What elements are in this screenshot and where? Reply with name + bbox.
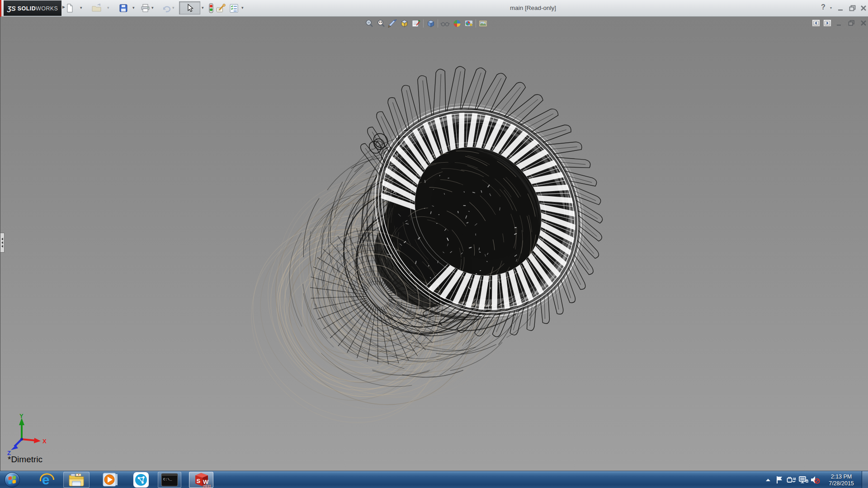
taskbar-windows-explorer[interactable] <box>63 472 90 488</box>
doc-restore-button[interactable] <box>847 19 856 27</box>
sw-year: 2015 <box>203 484 211 488</box>
select-cursor-icon <box>186 4 194 13</box>
flag-icon <box>775 475 784 484</box>
system-tray: 2:13 PM 7/28/2015 <box>762 471 868 488</box>
doc-close-button[interactable] <box>859 19 868 27</box>
design-checker-button[interactable] <box>228 3 239 14</box>
feature-pane-splitter-tab[interactable] <box>0 233 5 253</box>
graphics-viewport[interactable]: Y X Z *Dimetric <box>0 17 868 471</box>
stamp-note-icon <box>216 4 226 13</box>
collapse-arrow-icon <box>1 245 3 248</box>
pane-left-arrow-icon <box>813 21 819 25</box>
doc-minimize-icon <box>836 20 842 26</box>
edit-appearance-button[interactable] <box>452 19 462 28</box>
close-icon <box>860 5 867 11</box>
zoom-to-area-button[interactable] <box>376 19 386 28</box>
x-axis-label: X <box>42 438 47 445</box>
new-document-caret[interactable]: ▾ <box>80 5 82 10</box>
internet-explorer-icon: e <box>39 472 55 488</box>
taskbar-share-app[interactable] <box>131 472 151 488</box>
taskbar-solidworks[interactable]: S W 2015 <box>189 472 213 488</box>
new-document-button[interactable] <box>64 3 75 14</box>
lights-button[interactable] <box>206 3 217 14</box>
save-button[interactable] <box>118 3 129 14</box>
folder-icon <box>68 473 85 487</box>
stamp-note-button[interactable] <box>216 3 226 14</box>
sketch-page-icon <box>411 19 421 28</box>
y-axis-label: Y <box>19 413 24 419</box>
logo-text-solid: SOLID <box>18 5 36 12</box>
screen: ƷS SOLIDWORKS ▸ ▾ ▾ ▾ ▾ ▾ ▾ <box>0 0 868 488</box>
network-status-button[interactable] <box>797 471 809 488</box>
view-orientation-button[interactable] <box>400 19 409 28</box>
traffic-light-icon <box>208 3 214 13</box>
collapse-left-pane-button[interactable] <box>812 19 820 27</box>
solidworks-3ds-mark: ƷS <box>7 5 16 12</box>
section-knife-icon <box>388 19 397 28</box>
windows-flag-icon <box>7 475 17 485</box>
taskbar-command-prompt[interactable]: C:\_ <box>158 472 181 488</box>
apply-scene-icon <box>464 19 473 28</box>
action-center-button[interactable] <box>774 471 786 488</box>
taskbar-internet-explorer[interactable]: e <box>38 472 56 488</box>
zoom-to-fit-icon <box>365 19 374 28</box>
apply-scene-button[interactable] <box>464 19 473 28</box>
select-tool-caret[interactable]: ▾ <box>202 5 204 10</box>
collapse-arrow-icon <box>1 238 3 240</box>
undo-button[interactable] <box>161 3 172 14</box>
document-window-controls <box>812 18 868 28</box>
speaker-muted-icon <box>810 475 820 484</box>
solidworks-cube-icon: S W 2015 <box>192 472 211 488</box>
app-close-button[interactable] <box>859 4 868 13</box>
sketch-view-button[interactable] <box>411 19 421 28</box>
new-document-icon <box>65 4 74 13</box>
hide-show-items-button[interactable] <box>440 19 450 28</box>
restore-icon <box>849 5 856 12</box>
collapse-arrow-icon <box>1 241 3 244</box>
sw-letter-s: S <box>197 478 201 484</box>
open-document-button[interactable] <box>91 3 102 14</box>
view-settings-photo-icon <box>478 19 488 28</box>
battery-plug-icon <box>787 476 797 484</box>
window-title: main [Read-only] <box>510 5 556 11</box>
titlebar: ƷS SOLIDWORKS ▸ ▾ ▾ ▾ ▾ ▾ ▾ <box>0 0 868 17</box>
section-view-button[interactable] <box>388 19 397 28</box>
taskbar: e <box>0 471 868 488</box>
pane-right-arrow-icon <box>825 21 830 25</box>
design-checker-caret[interactable]: ▾ <box>241 5 244 10</box>
appearance-ball-icon <box>453 19 462 28</box>
headsup-separator <box>423 19 424 28</box>
doc-minimize-button[interactable] <box>835 19 844 27</box>
print-button[interactable] <box>140 3 151 14</box>
app-restore-button[interactable] <box>848 4 858 13</box>
show-desktop-button[interactable] <box>862 471 868 488</box>
clock-date: 7/28/2015 <box>821 480 862 487</box>
x-axis-arrow <box>34 438 41 443</box>
undo-caret[interactable]: ▾ <box>172 5 175 10</box>
start-button[interactable] <box>5 472 20 488</box>
solidworks-logo[interactable]: ƷS SOLIDWORKS <box>4 0 61 16</box>
network-monitor-icon <box>798 476 808 484</box>
screen-edge-marker <box>0 0 1 17</box>
volume-muted-button[interactable] <box>809 471 821 488</box>
help-caret[interactable]: ▾ <box>830 6 832 10</box>
zoom-to-area-icon <box>377 19 386 28</box>
zoom-to-fit-button[interactable] <box>364 19 374 28</box>
app-minimize-button[interactable] <box>836 4 846 13</box>
help-button[interactable]: ? <box>821 3 826 11</box>
collapse-right-pane-button[interactable] <box>823 19 831 27</box>
share-app-icon <box>133 472 149 488</box>
display-style-cube-icon <box>426 19 435 28</box>
save-caret[interactable]: ▾ <box>132 5 135 10</box>
view-settings-button[interactable] <box>478 19 488 28</box>
taskbar-media-player[interactable] <box>100 472 121 488</box>
open-document-caret[interactable]: ▾ <box>107 5 109 10</box>
engine-wireframe-model[interactable] <box>0 17 868 471</box>
power-status-button[interactable] <box>786 471 797 488</box>
print-caret[interactable]: ▾ <box>151 5 154 10</box>
select-tool-button[interactable] <box>179 1 200 14</box>
taskbar-clock[interactable]: 2:13 PM 7/28/2015 <box>821 473 862 487</box>
printer-icon <box>141 4 150 13</box>
display-style-button[interactable] <box>426 19 435 28</box>
show-hidden-icons-button[interactable] <box>762 471 774 488</box>
